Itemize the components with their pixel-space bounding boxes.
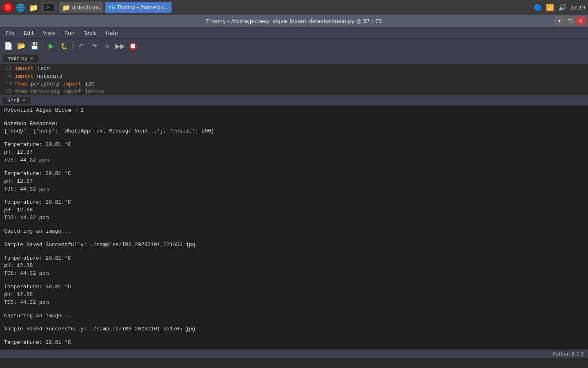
code-line-14: 14 from periphery import I2C	[0, 81, 588, 89]
shell-line	[4, 320, 584, 325]
shell-tab[interactable]: Shell ✕	[2, 97, 31, 104]
titlebar-maximize-btn[interactable]: □	[565, 16, 575, 25]
browser-icon[interactable]: 🌐	[15, 2, 26, 13]
titlebar-collapse-btn[interactable]: ▾	[555, 16, 564, 25]
taskbar: 🔴 🌐 📁 >_ 📁 detections Th Thonny - /home/…	[0, 0, 588, 15]
titlebar: Thonny - /home/pi/deep_algae_bloom_detec…	[0, 15, 588, 27]
shell-line: Temperature: 20.81 °C	[4, 141, 584, 149]
shell-line: Notehub Response:	[4, 120, 584, 128]
shell-line	[4, 236, 584, 241]
shell-line: pH: 12.88	[4, 291, 584, 299]
shell-line: Capturing an image...	[4, 312, 584, 320]
shell-line: Temperature: 20.81 °C	[4, 339, 584, 347]
debug-btn[interactable]: 🐛	[58, 40, 70, 52]
save-file-btn[interactable]: 💾	[29, 40, 40, 52]
shell-line: Temperature: 20.81 °C	[4, 283, 584, 291]
wifi-icon: 📶	[546, 4, 554, 11]
detections-btn[interactable]: 📁 detections	[59, 2, 103, 13]
editor-tab-close[interactable]: ✕	[30, 56, 33, 61]
menu-run[interactable]: Run	[60, 29, 79, 37]
step-into-btn[interactable]: ↳	[101, 40, 113, 52]
shell-line: pH: 12.88	[4, 206, 584, 214]
files-icon[interactable]: 📁	[28, 2, 39, 13]
shell-line: pH: 12.88	[4, 262, 584, 270]
shell-line: Temperature: 20.81 °C	[4, 170, 584, 178]
shell-line	[4, 164, 584, 170]
menu-view[interactable]: View	[39, 29, 60, 37]
thonny-btn[interactable]: Th Thonny - /home/pi/...	[105, 2, 172, 13]
shell-line: TDS: 44.32 ppm	[4, 299, 584, 307]
resume-btn[interactable]: ▶▶	[114, 40, 126, 52]
clock: 22:19	[570, 4, 586, 11]
run-btn[interactable]: ▶	[45, 40, 57, 52]
shell-line: Sample Saved Successfully: ./samples/IMG…	[4, 325, 584, 333]
shell-line	[4, 278, 584, 283]
shell-line	[4, 249, 584, 255]
shell-line: {'body': {'body': 'WhatsApp Text Message…	[4, 128, 584, 135]
open-file-btn[interactable]: 📂	[16, 40, 27, 52]
step-fwd-btn[interactable]: ↷	[88, 40, 100, 52]
shell-line: Temperature: 20.81 °C	[4, 255, 584, 263]
editor-tab-bar: main.py ✕	[0, 53, 588, 64]
code-line-13: 13 import notecard	[0, 73, 588, 81]
window-title: Thonny - /home/pi/deep_algae_bloom_detec…	[206, 18, 382, 24]
shell-line	[4, 114, 584, 120]
code-editor[interactable]: 12 import json 13 import notecard 14 fro…	[0, 64, 588, 95]
shell-line: pH: 12.87	[4, 178, 584, 186]
shell-area: Shell ✕ Temperature: 20.81 °CpH: 12.87TD…	[0, 95, 588, 349]
shell-line	[4, 135, 584, 141]
editor-area: main.py ✕ 12 import json 13 import notec…	[0, 53, 588, 95]
shell-line: TDS: 44.32 ppm	[4, 157, 584, 164]
shell-line: Potential Algae Bloom → 2	[4, 107, 584, 114]
editor-tab-main[interactable]: main.py ✕	[2, 55, 38, 62]
raspi-icon[interactable]: 🔴	[2, 2, 13, 13]
shell-tab-bar: Shell ✕	[0, 95, 588, 105]
titlebar-close-btn[interactable]: ✕	[576, 16, 586, 25]
menubar: File Edit View Run Tools Help	[0, 27, 588, 38]
stop-btn[interactable]	[127, 40, 139, 52]
shell-line	[4, 222, 584, 228]
bluetooth-icon: 🔵	[534, 4, 542, 11]
shell-line	[4, 333, 584, 339]
shell-line: TDS: 44.32 ppm	[4, 270, 584, 278]
code-line-12: 12 import json	[0, 65, 588, 73]
menu-file[interactable]: File	[2, 29, 19, 37]
menu-tools[interactable]: Tools	[80, 29, 101, 37]
new-file-btn[interactable]: 📄	[2, 40, 14, 52]
statusbar: Python 3.7.3	[0, 349, 588, 358]
svg-rect-1	[131, 44, 135, 48]
shell-output[interactable]: Temperature: 20.81 °CpH: 12.87TDS: 44.32…	[0, 105, 588, 349]
volume-icon: 🔊	[558, 4, 566, 11]
menu-edit[interactable]: Edit	[20, 29, 38, 37]
shell-line: TDS: 44.32 ppm	[4, 214, 584, 222]
terminal-btn[interactable]: >_	[41, 2, 57, 13]
shell-line: Temperature: 20.81 °C	[4, 199, 584, 206]
shell-tab-close[interactable]: ✕	[22, 98, 25, 103]
code-line-15: 15 from threading import Thread	[0, 89, 588, 95]
shell-line: TDS: 44.32 ppm	[4, 186, 584, 193]
menu-help[interactable]: Help	[102, 29, 122, 37]
shell-line	[4, 193, 584, 199]
shell-line: Capturing an image...	[4, 228, 584, 236]
python-version: Python 3.7.3	[553, 351, 584, 357]
shell-line: pH: 12.87	[4, 149, 584, 157]
step-back-btn[interactable]: ↶	[75, 40, 87, 52]
toolbar: 📄 📂 💾 ▶ 🐛 ↶ ↷ ↳ ▶▶	[0, 38, 588, 53]
shell-line	[4, 307, 584, 312]
shell-line: Sample Saved Successfully: ./samples/IMG…	[4, 241, 584, 249]
